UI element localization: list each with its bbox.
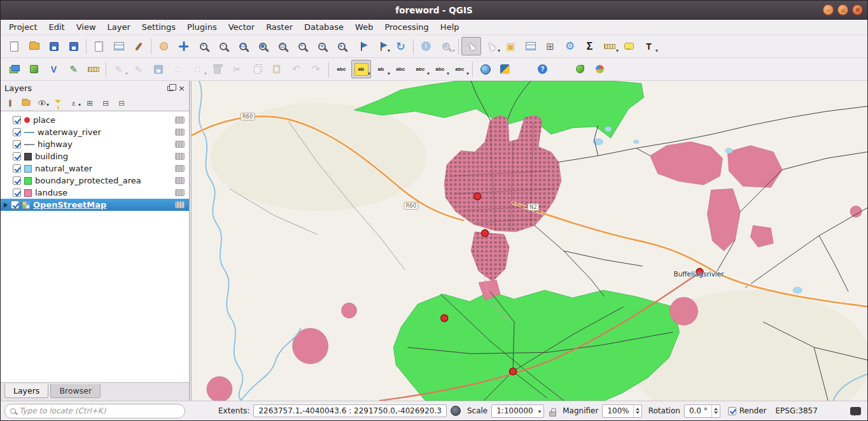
open-layer-styling-button[interactable]	[3, 96, 18, 110]
messages-icon[interactable]	[850, 407, 861, 415]
maximize-button[interactable]	[837, 4, 848, 15]
label-highlight-button[interactable]: ab▾	[351, 60, 371, 78]
expander-icon[interactable]	[4, 203, 8, 208]
manage-map-themes-button[interactable]: ▾	[34, 96, 50, 110]
open-attribute-table-button[interactable]	[521, 37, 540, 55]
menu-project[interactable]: Project	[3, 20, 43, 34]
data-source-manager-button[interactable]	[4, 60, 24, 78]
refresh-map-button[interactable]: ↻	[391, 37, 410, 55]
python-console-button[interactable]	[495, 60, 515, 78]
map-canvas[interactable]: R60R60N2Buffeljagsrivier	[192, 81, 867, 401]
layer-row-boundary_protected_area[interactable]: boundary_protected_area	[1, 175, 189, 187]
layer-checkbox[interactable]	[13, 176, 21, 185]
menu-edit[interactable]: Edit	[43, 20, 70, 34]
zoom-native-button[interactable]: 1:1	[233, 37, 253, 55]
minimize-button[interactable]	[823, 4, 834, 15]
render-checkbox[interactable]	[728, 407, 736, 415]
save-project-button[interactable]	[44, 37, 64, 55]
rotate-label-button[interactable]: abc▾	[430, 60, 450, 78]
layer-row-waterway_river[interactable]: waterway_river	[1, 126, 189, 138]
collapse-all-button[interactable]: ⊟	[98, 96, 113, 110]
menu-view[interactable]: View	[71, 20, 102, 34]
layer-checkbox[interactable]	[13, 189, 21, 197]
tab-layers[interactable]: Layers	[4, 384, 48, 398]
pan-to-selection-button[interactable]	[174, 37, 193, 55]
osm-place-search-button[interactable]	[475, 60, 495, 78]
spinner-arrows-icon[interactable]	[633, 405, 641, 417]
layer-indicator-icon[interactable]	[175, 129, 185, 136]
layer-labeling-options-button[interactable]: abc	[332, 60, 351, 78]
select-features-menu-button[interactable]: ▾	[481, 37, 501, 55]
layer-indicator-icon[interactable]	[175, 201, 185, 208]
layer-indicator-icon[interactable]	[175, 153, 185, 160]
crs-status[interactable]: EPSG:3857	[776, 406, 818, 415]
new-spatial-bookmark-button[interactable]	[351, 37, 371, 55]
map-tips-button[interactable]	[619, 37, 639, 55]
layer-row-landuse[interactable]: landuse	[1, 187, 189, 199]
add-group-button[interactable]	[18, 96, 34, 110]
processing-toolbox-button[interactable]: ⚙	[560, 37, 580, 55]
statistical-summary-button[interactable]: Σ	[580, 37, 599, 55]
new-print-layout-button[interactable]	[89, 37, 109, 55]
zoom-full-button[interactable]: ▣	[253, 37, 272, 55]
layer-row-highway[interactable]: highway	[1, 138, 189, 150]
close-panel-icon[interactable]: ×	[178, 84, 185, 92]
new-geopackage-layer-button[interactable]: ✎	[64, 60, 83, 78]
layer-checkbox[interactable]	[13, 128, 21, 136]
expand-all-button[interactable]: ⊞	[82, 96, 97, 110]
layer-row-natural_water[interactable]: natural_water	[1, 162, 189, 175]
scale-combobox[interactable]: 1:100000	[491, 404, 544, 418]
zoom-next-button[interactable]: ▸	[332, 37, 351, 55]
filter-legend-button[interactable]	[50, 96, 66, 110]
menu-settings[interactable]: Settings	[136, 20, 181, 34]
layer-indicator-icon[interactable]	[175, 177, 185, 184]
zoom-to-layer-button[interactable]: ≡	[292, 37, 312, 55]
add-vector-layer-button[interactable]	[24, 60, 44, 78]
new-shapefile-layer-button[interactable]: V	[44, 60, 64, 78]
tab-browser[interactable]: Browser	[50, 384, 101, 398]
extents-value[interactable]: 2263757.1,-4040043.6 : 2291750.0,-402692…	[253, 404, 447, 417]
magnifier-spinbox[interactable]: 100%	[602, 404, 641, 418]
close-button[interactable]	[852, 4, 863, 15]
new-project-button[interactable]	[4, 37, 24, 55]
layer-indicator-icon[interactable]	[175, 189, 185, 196]
layer-checkbox[interactable]	[13, 152, 21, 161]
text-annotation-button[interactable]: T▾	[639, 37, 659, 55]
layer-checkbox[interactable]	[13, 140, 21, 148]
locator-bar[interactable]	[4, 404, 185, 418]
change-label-properties-button[interactable]: abc▾	[450, 60, 470, 78]
open-project-button[interactable]	[24, 37, 44, 55]
menu-processing[interactable]: Processing	[379, 20, 434, 34]
menu-help[interactable]: Help	[435, 20, 465, 34]
filter-by-expression-button[interactable]: ε▾	[66, 96, 81, 110]
float-panel-icon[interactable]	[167, 86, 173, 91]
pan-map-button[interactable]	[154, 37, 174, 55]
pin-unpin-labels-button[interactable]: ab▾	[371, 60, 391, 78]
new-virtual-layer-button[interactable]	[83, 60, 103, 78]
layout-manager-button[interactable]	[109, 37, 129, 55]
plugin-green-button[interactable]	[570, 60, 590, 78]
measure-line-button[interactable]: ▾	[599, 37, 619, 55]
help-contents-button[interactable]: ?	[533, 60, 552, 78]
menu-raster[interactable]: Raster	[260, 20, 298, 34]
menu-web[interactable]: Web	[349, 20, 379, 34]
layer-row-building[interactable]: building	[1, 150, 189, 162]
layer-checkbox[interactable]	[11, 201, 19, 209]
zoom-to-selection-button[interactable]: ▢	[272, 37, 292, 55]
layer-row-place[interactable]: place	[1, 114, 189, 126]
zoom-last-button[interactable]: ◂	[312, 37, 332, 55]
render-toggle[interactable]: Render	[728, 406, 767, 415]
rotation-spinbox[interactable]: 0.0 °	[684, 404, 720, 418]
extents-toggle-icon[interactable]	[451, 406, 461, 416]
plugin-multi-button[interactable]	[590, 60, 610, 78]
layer-indicator-icon[interactable]	[175, 117, 185, 124]
style-manager-button[interactable]	[129, 37, 148, 55]
layer-indicator-icon[interactable]	[175, 141, 185, 148]
layer-row-openstreetmap[interactable]: OpenStreetMap	[1, 199, 189, 211]
layer-checkbox[interactable]	[13, 116, 21, 124]
zoom-in-button[interactable]: +	[193, 37, 213, 55]
move-label-button[interactable]: abc▾	[410, 60, 430, 78]
save-project-as-button[interactable]	[64, 37, 83, 55]
lock-scale-button[interactable]	[549, 405, 556, 417]
menu-database[interactable]: Database	[298, 20, 349, 34]
